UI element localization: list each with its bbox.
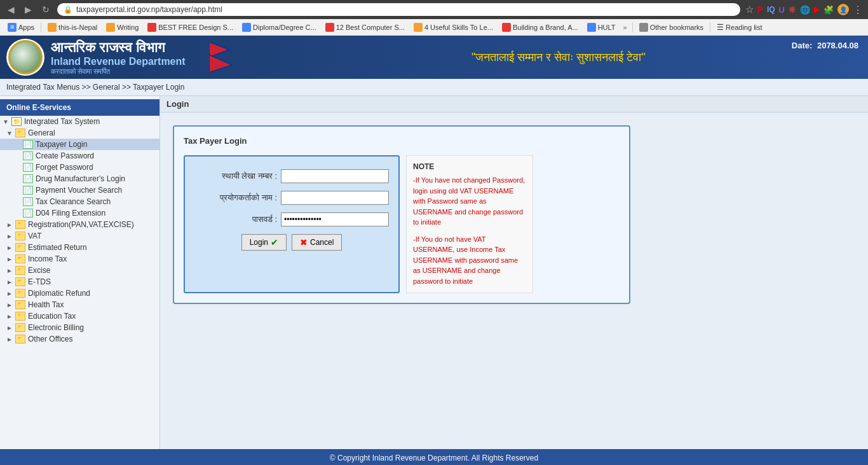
tree-toggle-it: ► [6,256,14,263]
youtube-icon[interactable]: ▶ [814,5,820,14]
sidebar-item-excise-label: Excise [28,266,157,275]
sidebar-header: Online E-Services [0,99,159,116]
sidebar-item-registration[interactable]: ► 📁 Registration(PAN,VAT,EXCISE) [0,219,159,230]
tree-toggle-ht: ► [6,302,14,309]
sidebar-item-estimated-return-label: Estimated Return [28,243,157,252]
username-row: प्रयोगकर्ताको नाम : [194,191,389,205]
sidebar-item-drug-manufacturer[interactable]: 📄 Drug Manufacturer's Login [0,173,159,184]
tree-spacer-5 [14,187,22,194]
bookmark-hult-icon [587,23,596,32]
tree-icon-doc-1: 📄 [23,140,33,149]
header-date: Date: 2078.04.08 [792,41,858,50]
forward-button[interactable]: ▶ [22,3,34,16]
bookmark-nepal[interactable]: this-is-Nepal [44,22,101,33]
profile-icon[interactable]: 👤 [837,4,849,15]
bookmark-apps-label: Apps [18,24,34,31]
bookmark-reading[interactable]: ☰ Reading list [713,22,766,33]
bookmark-brand-label: Building a Brand, A... [513,24,578,31]
tree-icon-ht: 📁 [15,300,25,309]
tree-spacer-3 [14,164,22,171]
vivaldi-icon[interactable]: ❋ [789,4,796,15]
bookmark-diploma[interactable]: Diploma/Degree C... [238,22,320,33]
bookmark-computer[interactable]: 12 Best Computer S... [322,22,409,33]
username-input[interactable] [281,191,389,205]
login-form-wrapper: स्थायी लेखा नम्बर : प्रयोगकर्ताको नाम : … [184,155,620,293]
globe-icon[interactable]: 🌐 [800,5,810,15]
date-label: Date: [792,41,813,50]
bookmark-design[interactable]: BEST FREE Design S... [144,22,237,33]
note-box: NOTE -If You have not changed Password, … [406,155,533,293]
pan-input[interactable] [281,169,389,183]
sidebar-item-income-tax[interactable]: ► 📁 Income Tax [0,253,159,265]
sidebar-item-forget-password[interactable]: 📄 Forget Password [0,162,159,173]
sidebar-item-integrated-tax-label: Integrated Tax System [24,117,157,126]
sidebar-item-vat[interactable]: ► 📁 VAT [0,230,159,242]
header-title-np: आन्तरिक राजस्व विभाग [51,39,186,56]
sidebar-item-e-tds[interactable]: ► 📁 E-TDS [0,276,159,288]
svg-marker-0 [209,42,229,57]
login-button[interactable]: Login ✔ [241,234,287,251]
pinterest-icon[interactable]: P [757,4,763,15]
tree-icon-doc-5: 📄 [23,186,33,195]
menu-icon[interactable]: ⋮ [853,4,863,16]
bookmark-writing-label: Writing [117,24,139,31]
sidebar-item-diplomatic-refund[interactable]: ► 📁 Diplomatic Refund [0,288,159,299]
sidebar-item-income-tax-label: Income Tax [28,254,157,263]
sidebar-item-taxpayer-login[interactable]: 📄 Taxpayer Login [0,139,159,150]
bookmark-computer-label: 12 Best Computer S... [336,24,405,31]
sidebar-item-create-password[interactable]: 📄 Create Password [0,150,159,162]
login-form-box: स्थायी लेखा नम्बर : प्रयोगकर्ताको नाम : … [184,155,400,293]
browser-chrome: ◀ ▶ ↻ 🔒 taxpayerportal.ird.gov.np/taxpay… [0,0,868,19]
sidebar-item-integrated-tax[interactable]: ▼ 📁 Integrated Tax System [0,116,159,127]
star-icon[interactable]: ☆ [745,4,754,15]
bookmark-brand[interactable]: Building a Brand, A... [498,22,582,33]
password-label: पासवर्ड : [194,214,277,225]
tree-icon-et: 📁 [15,312,25,321]
sidebar-item-tax-clearance[interactable]: 📄 Tax Clearance Search [0,196,159,207]
sidebar-item-excise[interactable]: ► 📁 Excise [0,265,159,276]
iq-icon[interactable]: IQ [767,5,775,14]
sidebar-item-d04-filing[interactable]: 📄 D04 Filing Extension [0,207,159,219]
tree-toggle-etds: ► [6,279,14,286]
sidebar-item-registration-label: Registration(PAN,VAT,EXCISE) [28,220,157,229]
sidebar-item-forget-password-label: Forget Password [36,163,157,172]
sidebar-item-other-offices[interactable]: ► 📁 Other Offices [0,333,159,345]
tree-toggle-vat: ► [6,233,14,240]
cancel-button[interactable]: ✖ Cancel [292,234,342,251]
breadcrumb: Integrated Tax Menus >> General >> Taxpa… [0,79,868,96]
sidebar-item-education-tax-label: Education Tax [28,312,157,321]
sidebar-item-education-tax[interactable]: ► 📁 Education Tax [0,310,159,322]
header-text: आन्तरिक राजस्व विभाग Inland Revenue Depa… [51,39,186,76]
bookmark-apps[interactable]: ⊞ Apps [4,22,38,33]
u-icon[interactable]: U [779,5,785,15]
tree-icon-dr: 📁 [15,289,25,298]
sidebar-item-general[interactable]: ▼ 📁 General [0,127,159,139]
bookmark-nepal-icon [48,23,57,32]
password-row: पासवर्ड : [194,212,389,226]
puzzle-icon[interactable]: 🧩 [824,5,834,15]
content-section-title: Login [160,96,868,113]
bookmark-writing[interactable]: Writing [102,22,142,33]
sidebar-item-payment-voucher[interactable]: 📄 Payment Voucher Search [0,184,159,196]
address-bar[interactable]: 🔒 taxpayerportal.ird.gov.np/taxpayer/app… [57,3,740,16]
x-icon: ✖ [300,237,308,247]
back-button[interactable]: ◀ [5,3,17,16]
bookmark-brand-icon [502,23,511,32]
sidebar-item-electronic-billing[interactable]: ► 📁 Electronic Billing [0,322,159,333]
bookmarks-more-btn[interactable]: » [621,22,630,32]
bookmark-skills[interactable]: 4 Useful Skills To Le... [410,22,497,33]
sidebar-item-health-tax[interactable]: ► 📁 Health Tax [0,299,159,310]
tree-icon-er: 📁 [15,243,25,252]
sidebar-item-estimated-return[interactable]: ► 📁 Estimated Return [0,242,159,253]
form-buttons: Login ✔ ✖ Cancel [194,234,389,251]
main-layout: Online E-Services ▼ 📁 Integrated Tax Sys… [0,96,868,449]
apps-icon: ⊞ [8,23,17,32]
sidebar-item-drug-manufacturer-label: Drug Manufacturer's Login [36,174,157,183]
password-input[interactable] [281,212,389,226]
username-label: प्रयोगकर्ताको नाम : [194,193,277,203]
bookmark-other[interactable]: Other bookmarks [635,22,707,33]
reload-button[interactable]: ↻ [39,3,52,16]
bookmark-hult[interactable]: HULT [583,22,620,33]
bookmark-diploma-label: Diploma/Degree C... [253,24,316,31]
sidebar-item-taxpayer-login-label: Taxpayer Login [36,140,157,149]
